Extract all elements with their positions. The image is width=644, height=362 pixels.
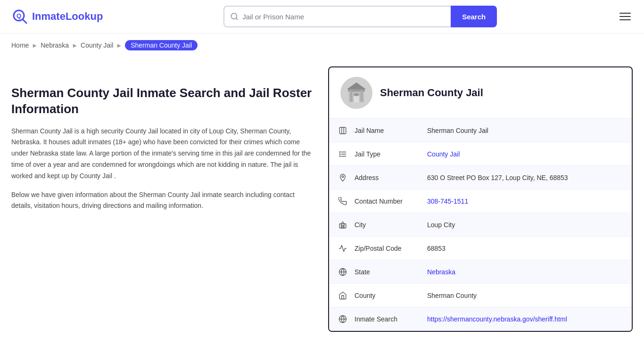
description-paragraph-1: Sherman County Jail is a high security C… [11, 126, 313, 182]
hamburger-line-1 [619, 13, 631, 14]
zip-label: Zip/Postal Code [352, 245, 427, 252]
hamburger-menu[interactable] [618, 11, 633, 22]
breadcrumb-sep-1: ► [32, 42, 38, 49]
state-value: Nebraska [427, 268, 622, 276]
address-icon [339, 173, 352, 182]
phone-icon [339, 197, 352, 206]
logo-text: InmateLookup [32, 10, 103, 23]
search-button[interactable]: Search [451, 6, 497, 27]
breadcrumb-county-jail[interactable]: County Jail [81, 41, 113, 49]
jail-type-value: County Jail [427, 150, 622, 158]
zip-icon [339, 244, 352, 253]
jail-name-label: Jail Name [352, 127, 427, 134]
jail-avatar [340, 77, 372, 109]
hamburger-line-3 [619, 19, 631, 20]
address-value: 630 O Street PO Box 127, Loup City, NE, … [427, 174, 622, 181]
breadcrumb-sep-3: ► [116, 42, 122, 49]
phone-link[interactable]: 308-745-1511 [427, 197, 468, 205]
search-icon [230, 12, 239, 21]
jail-type-label: Jail Type [352, 150, 427, 158]
contact-label: Contact Number [352, 197, 427, 205]
city-icon [339, 221, 352, 229]
card-title: Sherman County Jail [380, 87, 483, 99]
breadcrumb-active: Sherman County Jail [125, 40, 198, 50]
right-column: Sherman County Jail Jail Name Sherman Co… [328, 66, 633, 332]
breadcrumb-sep-2: ► [72, 42, 78, 49]
row-inmate-search: Inmate Search https://shermancounty.nebr… [329, 307, 632, 331]
svg-rect-12 [339, 127, 346, 134]
contact-value: 308-745-1511 [427, 197, 622, 205]
main-content: Sherman County Jail Inmate Search and Ja… [0, 57, 644, 351]
svg-point-18 [339, 151, 340, 152]
jail-type-icon [339, 150, 352, 158]
svg-rect-22 [339, 223, 346, 228]
inmate-search-link[interactable]: https://shermancounty.nebraska.gov/sheri… [427, 315, 567, 323]
inmate-search-label: Inmate Search [352, 315, 427, 323]
row-jail-name: Jail Name Sherman County Jail [329, 119, 632, 142]
row-city: City Loup City [329, 213, 632, 237]
svg-point-19 [339, 154, 340, 155]
svg-line-1 [23, 19, 26, 23]
building-icon [344, 81, 369, 105]
svg-rect-9 [361, 90, 363, 101]
svg-point-11 [354, 93, 359, 96]
svg-rect-23 [342, 225, 344, 228]
city-label: City [352, 221, 427, 229]
svg-rect-8 [350, 90, 352, 101]
svg-line-4 [236, 18, 238, 19]
county-label: County [352, 292, 427, 299]
svg-marker-10 [347, 82, 366, 89]
row-address: Address 630 O Street PO Box 127, Loup Ci… [329, 166, 632, 189]
jail-name-value: Sherman County Jail [427, 127, 622, 134]
breadcrumb-nebraska[interactable]: Nebraska [41, 41, 69, 49]
inmate-search-value: https://shermancounty.nebraska.gov/sheri… [427, 315, 622, 323]
address-label: Address [352, 174, 427, 181]
svg-point-20 [339, 156, 340, 156]
svg-point-21 [342, 175, 344, 177]
row-contact: Contact Number 308-745-1511 [329, 189, 632, 213]
left-column: Sherman County Jail Inmate Search and Ja… [11, 66, 313, 332]
info-card: Sherman County Jail Jail Name Sherman Co… [328, 66, 633, 332]
county-icon [339, 291, 352, 300]
search-input[interactable] [242, 13, 445, 21]
row-zip: Zip/Postal Code 68853 [329, 237, 632, 260]
breadcrumb-home[interactable]: Home [11, 41, 29, 49]
row-county: County Sherman County [329, 284, 632, 307]
description-paragraph-2: Below we have given information about th… [11, 189, 313, 212]
jail-type-link[interactable]: County Jail [427, 150, 460, 158]
state-icon [339, 268, 352, 276]
inmate-search-icon [339, 315, 352, 323]
search-input-wrapper [223, 6, 451, 27]
logo-link[interactable]: Q InmateLookup [11, 8, 103, 25]
jail-name-icon [339, 126, 352, 135]
city-value: Loup City [427, 221, 622, 229]
county-value: Sherman County [427, 292, 622, 299]
row-state: State Nebraska [329, 260, 632, 284]
search-bar: Search [223, 6, 497, 27]
hamburger-line-2 [619, 16, 631, 17]
page-heading: Sherman County Jail Inmate Search and Ja… [11, 85, 313, 117]
row-jail-type: Jail Type County Jail [329, 142, 632, 166]
logo-icon: Q [11, 8, 28, 25]
state-link[interactable]: Nebraska [427, 268, 455, 276]
state-label: State [352, 268, 427, 276]
site-header: Q InmateLookup Search [0, 0, 644, 33]
zip-value: 68853 [427, 245, 622, 252]
card-header: Sherman County Jail [329, 67, 632, 119]
svg-text:Q: Q [17, 12, 21, 19]
breadcrumb: Home ► Nebraska ► County Jail ► Sherman … [0, 33, 644, 57]
